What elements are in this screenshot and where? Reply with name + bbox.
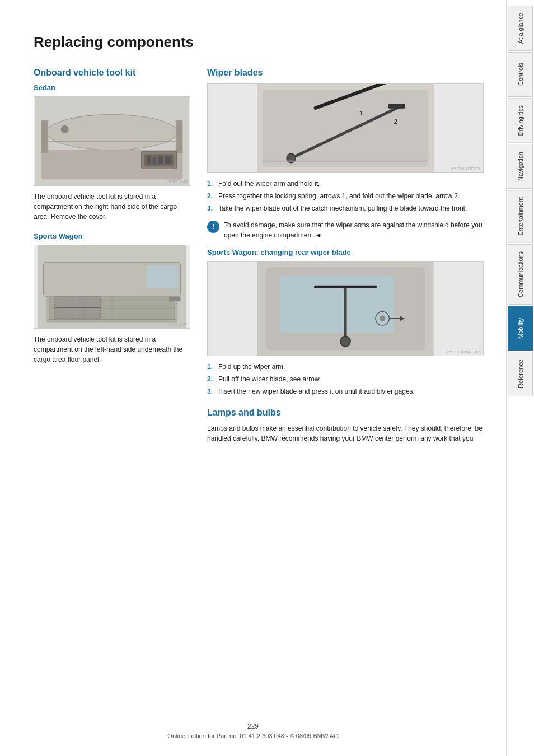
sidebar-nav: At a glance Controls Driving tips Naviga…	[506, 0, 534, 756]
warning-icon: !	[207, 221, 219, 233]
svg-point-39	[340, 336, 350, 346]
sports-wagon-label: Sports Wagon	[34, 232, 190, 240]
wiper-step-3: 3. Take the wiper blade out of the catch…	[207, 203, 484, 213]
wagon-body-text: The onboard vehicle tool kit is stored i…	[34, 334, 190, 365]
wiper-warning: ! To avoid damage, make sure that the wi…	[207, 220, 484, 240]
rear-wiper-heading: Sports Wagon: changing rear wiper blade	[207, 248, 484, 256]
svg-rect-20	[169, 297, 180, 301]
sidebar-tab-mobility[interactable]: Mobility	[508, 306, 533, 351]
wiper-blades-heading: Wiper blades	[207, 68, 484, 78]
rear-wiper-step-2: 2. Pull off the wiper blade, see arrow.	[207, 374, 484, 384]
page-title: Replacing components	[34, 34, 484, 51]
svg-text:1: 1	[359, 110, 363, 116]
svg-rect-36	[280, 276, 394, 333]
wiper-image-code: VYC01-03EIP1	[451, 166, 481, 171]
sidebar-tab-controls[interactable]: Controls	[508, 52, 533, 97]
footer-text: Online Edition for Part no. 01 41 2 603 …	[167, 732, 338, 739]
svg-point-41	[380, 316, 385, 321]
wiper-steps-list: 1. Fold out the wiper arm and hold it. 2…	[207, 179, 484, 213]
left-column: Onboard vehicle tool kit Sedan	[34, 68, 190, 454]
svg-rect-32	[388, 104, 405, 109]
wagon-image: 0I071847	[34, 245, 190, 329]
svg-rect-7	[147, 156, 151, 164]
page-number: 229	[0, 722, 506, 730]
svg-rect-9	[158, 156, 162, 164]
sidebar-tab-driving-tips[interactable]: Driving tips	[508, 98, 533, 143]
page-footer: 229 Online Edition for Part no. 01 41 2 …	[0, 722, 506, 739]
svg-point-12	[61, 126, 68, 133]
sidebar-tab-reference[interactable]: Reference	[508, 352, 533, 396]
svg-rect-19	[146, 265, 177, 288]
sedan-image: 0I071845	[34, 96, 190, 186]
wiper-step-2: 2. Press together the locking spring, ar…	[207, 191, 484, 201]
svg-rect-8	[153, 157, 156, 164]
right-column: Wiper blades 1 2	[207, 68, 484, 454]
wiper-step-1: 1. Fold out the wiper arm and hold it.	[207, 179, 484, 189]
lamps-and-bulbs-heading: Lamps and bulbs	[207, 408, 484, 418]
rear-wiper-step-3: 3. Insert the new wiper blade and press …	[207, 386, 484, 396]
sedan-image-code: 0I071845	[169, 179, 188, 184]
lamps-body-text: Lamps and bulbs make an essential contri…	[207, 423, 484, 444]
svg-rect-10	[165, 156, 171, 164]
rear-wiper-image: VYC10-0I041885	[207, 261, 484, 356]
sedan-label: Sedan	[34, 83, 190, 92]
svg-rect-2	[41, 120, 49, 153]
sidebar-tab-navigation[interactable]: Navigation	[508, 144, 533, 189]
wagon-image-code: 0I071847	[169, 322, 188, 327]
sidebar-tab-at-a-glance[interactable]: At a glance	[508, 6, 533, 51]
svg-rect-3	[176, 120, 183, 153]
rear-wiper-image-code: VYC10-0I041885	[447, 349, 481, 354]
main-content: Replacing components Onboard vehicle too…	[0, 0, 506, 756]
wiper-image: 1 2 VYC01-03EIP1	[207, 83, 484, 173]
sidebar-tab-entertainment[interactable]: Entertainment	[508, 190, 533, 242]
svg-rect-38	[314, 286, 377, 288]
sidebar-tab-communications[interactable]: Communications	[508, 244, 533, 305]
svg-text:2: 2	[394, 118, 397, 125]
sedan-body-text: The onboard vehicle tool kit is stored i…	[34, 192, 190, 222]
onboard-tool-kit-heading: Onboard vehicle tool kit	[34, 68, 190, 78]
rear-wiper-steps-list: 1. Fold up the wiper arm. 2. Pull off th…	[207, 362, 484, 396]
lamps-and-bulbs-section: Lamps and bulbs Lamps and bulbs make an …	[207, 408, 484, 444]
rear-wiper-step-1: 1. Fold up the wiper arm.	[207, 362, 484, 372]
